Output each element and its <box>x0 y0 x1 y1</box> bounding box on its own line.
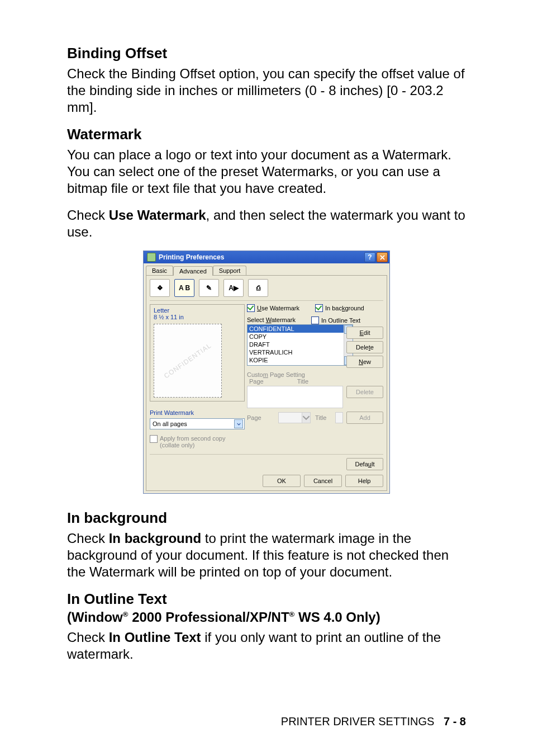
in-outline-text-heading: In Outline Text <box>67 590 466 608</box>
select-watermark-label: Select Watermark <box>247 316 296 323</box>
footer-section: PRINTER DRIVER SETTINGS <box>281 715 434 727</box>
dialog-title: Printing Preferences <box>159 253 364 261</box>
paper-name: Letter <box>154 307 241 314</box>
tab-advanced[interactable]: Advanced <box>173 266 213 276</box>
in-background-bold: In background <box>109 531 201 546</box>
apply-from-second-copy-checkbox: Apply from second copy (collate only) <box>150 435 245 448</box>
footer-page: 7 - 8 <box>444 715 466 727</box>
glyph: A B <box>179 284 190 292</box>
page-preview: CONFIDENTIAL <box>154 324 222 398</box>
in-outline-text-bold: In Outline Text <box>109 630 201 645</box>
list-item[interactable]: DRAFT <box>248 341 344 348</box>
list-item[interactable]: COPY <box>248 333 344 341</box>
tab-panel: ❖ A B ✎ A▶ ⎙ Letter 8 ½ x 11 in CONFIDEN… <box>146 275 387 491</box>
edit-button[interactable]: Edit <box>346 327 383 339</box>
help-button[interactable]: Help <box>345 475 383 487</box>
text-fragment: Check <box>67 207 109 223</box>
print-watermark-label: Print Watermark <box>150 409 245 416</box>
custom-grid-header: Page Title <box>247 378 383 385</box>
use-watermark-checkbox[interactable]: Use Watermark <box>247 304 299 312</box>
new-button[interactable]: New <box>346 356 383 368</box>
glyph: A▶ <box>229 284 239 292</box>
toolbar-icon-3[interactable]: ✎ <box>199 279 219 297</box>
text-fragment: WS 4.0 Only) <box>294 609 380 625</box>
checkbox-icon <box>247 304 255 312</box>
checkbox-icon <box>311 316 319 324</box>
close-titlebar-button[interactable] <box>377 252 388 262</box>
toolbar-icon-4[interactable]: A▶ <box>223 279 244 297</box>
in-background-heading: In background <box>67 509 466 527</box>
watermark-body-1: You can place a logo or text into your d… <box>67 147 466 197</box>
text-fragment: Check <box>67 630 109 645</box>
paper-preview-box: Letter 8 ½ x 11 in CONFIDENTIAL <box>150 304 245 401</box>
add-button: Add <box>346 412 383 424</box>
delete-button[interactable]: Delete <box>346 341 383 353</box>
watermark-button-column: Edit Delete New <box>346 327 383 368</box>
glyph: ✎ <box>206 284 212 292</box>
chevron-down-icon <box>234 419 243 428</box>
registered-mark: ® <box>289 610 295 618</box>
dropdown-value: On all pages <box>153 420 187 427</box>
in-outline-text-checkbox[interactable]: In Outline Text <box>311 316 360 324</box>
list-item[interactable]: KOPIE <box>248 356 344 364</box>
glyph: ⎙ <box>256 284 260 292</box>
page-input-label: Page <box>247 414 275 421</box>
title-text-input <box>335 412 343 423</box>
binding-offset-heading: Binding Offset <box>67 45 466 62</box>
dialog-titlebar: Printing Preferences ? <box>144 251 389 263</box>
cancel-button[interactable]: Cancel <box>304 475 342 487</box>
add-page-row: Page Title Add <box>247 412 383 424</box>
in-outline-text-body: Check In Outline Text if you only want t… <box>67 629 466 663</box>
watermark-heading: Watermark <box>67 126 466 143</box>
binding-offset-body: Check the Binding Offset option, you can… <box>67 65 466 116</box>
print-watermark-dropdown[interactable]: On all pages <box>150 418 245 429</box>
in-outline-text-label: In Outline Text <box>321 317 360 324</box>
registered-mark: ® <box>123 610 129 618</box>
text-fragment: (Window <box>67 609 123 625</box>
apply-from-second-copy-label: Apply from second copy (collate only) <box>160 435 225 448</box>
watermark-listbox[interactable]: CONFIDENTIAL COPY DRAFT VERTRAULICH KOPI… <box>247 324 353 366</box>
title-input-label: Title <box>315 414 332 421</box>
list-item[interactable]: CONFIDENTIAL <box>248 325 344 333</box>
paper-size: 8 ½ x 11 in <box>154 314 241 320</box>
list-item[interactable]: VERTRAULICH <box>248 348 344 356</box>
title-column-header: Title <box>297 378 308 385</box>
help-titlebar-button[interactable]: ? <box>364 252 375 262</box>
page-spin-input <box>278 412 311 423</box>
separator <box>150 454 383 455</box>
toolbar-icon-5[interactable]: ⎙ <box>248 279 268 297</box>
checkbox-icon <box>315 304 323 312</box>
glyph: ❖ <box>157 284 163 292</box>
in-outline-text-subheading: (Window® 2000 Professional/XP/NT® WS 4.0… <box>67 609 466 626</box>
ok-button[interactable]: OK <box>263 475 301 487</box>
watermark-body-2: Check Use Watermark, and then select the… <box>67 207 466 240</box>
document-page: Binding Offset Check the Binding Offset … <box>0 0 533 756</box>
custom-page-setting-label: Custom Page Setting <box>247 371 383 378</box>
preview-watermark-text: CONFIDENTIAL <box>163 342 213 380</box>
tab-strip: Basic Advanced Support <box>144 263 389 275</box>
list-items: CONFIDENTIAL COPY DRAFT VERTRAULICH KOPI… <box>248 325 344 365</box>
right-column: Use Watermark In background Select Water… <box>245 304 383 448</box>
in-background-body: Check In background to print the waterma… <box>67 530 466 580</box>
use-watermark-bold: Use Watermark <box>109 207 206 223</box>
in-background-checkbox[interactable]: In background <box>315 304 364 312</box>
printing-preferences-dialog: Printing Preferences ? Basic Advanced Su… <box>143 251 390 494</box>
default-button[interactable]: Default <box>346 458 383 470</box>
toolbar-icon-1[interactable]: ❖ <box>150 279 170 297</box>
delete-custom-button: Delete <box>346 386 383 398</box>
chevron-down-icon <box>302 413 310 423</box>
printer-icon <box>147 253 156 262</box>
use-watermark-label: Use Watermark <box>257 305 299 311</box>
icon-toolbar: ❖ A B ✎ A▶ ⎙ <box>150 279 383 301</box>
tab-basic[interactable]: Basic <box>146 266 173 275</box>
text-fragment: Check <box>67 531 109 546</box>
checkbox-icon <box>150 435 158 443</box>
tab-support[interactable]: Support <box>213 266 247 275</box>
text-fragment: 2000 Professional/XP/NT <box>128 609 289 625</box>
in-background-label: In background <box>325 305 364 311</box>
page-footer: PRINTER DRIVER SETTINGS 7 - 8 <box>281 715 466 728</box>
left-column: Letter 8 ½ x 11 in CONFIDENTIAL Print Wa… <box>150 304 245 448</box>
page-column-header: Page <box>249 378 264 385</box>
dialog-button-row: OK Cancel Help <box>150 475 383 487</box>
toolbar-icon-2[interactable]: A B <box>174 279 194 297</box>
